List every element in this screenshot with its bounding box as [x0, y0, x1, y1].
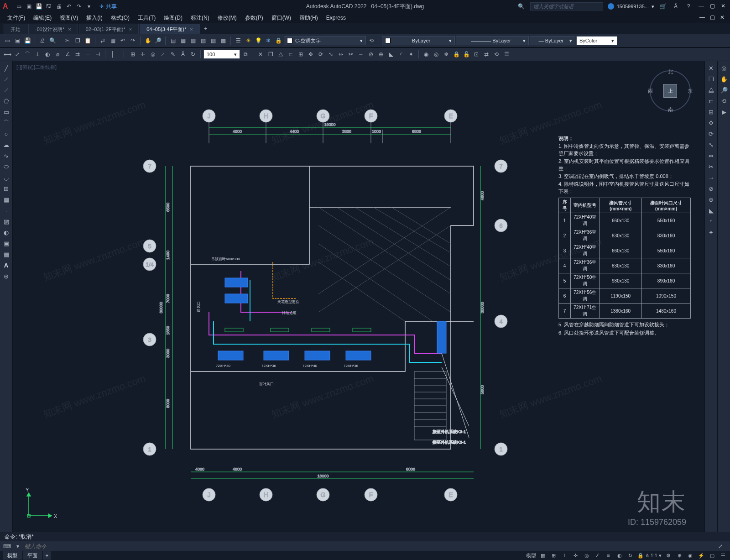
layer-lock2-icon[interactable]: 🔒: [452, 50, 461, 59]
r-copy-icon[interactable]: ❐: [706, 74, 716, 84]
viewport-label[interactable]: [-][俯视][二维线框]: [16, 64, 57, 71]
status-model-label[interactable]: 模型: [526, 552, 536, 559]
menu-modify[interactable]: 修改(M): [214, 13, 240, 23]
designcenter-icon[interactable]: ▦: [178, 36, 188, 45]
polar-toggle-icon[interactable]: ✛: [572, 552, 580, 559]
table-icon[interactable]: ▦: [1, 249, 11, 259]
dim-radius-icon[interactable]: ◐: [43, 50, 52, 59]
drawing-viewport[interactable]: [-][俯视][二维线框] 上 北 南 东 西 J H G F E: [13, 61, 704, 532]
r-rotate-icon[interactable]: ⟳: [706, 129, 716, 139]
r-offset-icon[interactable]: ⊏: [706, 96, 716, 106]
lock-icon[interactable]: 🔒: [274, 36, 283, 45]
doc-close-button[interactable]: ✕: [718, 14, 726, 21]
quickcalc-icon[interactable]: ▩: [219, 36, 228, 45]
revcloud-icon[interactable]: ☁: [1, 140, 11, 150]
block-icon[interactable]: ▦: [108, 36, 117, 45]
redo-icon[interactable]: ↷: [128, 36, 137, 45]
properties-icon[interactable]: ▤: [168, 36, 177, 45]
qat-plot-icon[interactable]: 🖨: [55, 2, 63, 10]
dim-diameter-icon[interactable]: ⌀: [53, 50, 62, 59]
layer-frz-icon[interactable]: ❄: [442, 50, 451, 59]
file-tab-2[interactable]: 02~03(1-2F平面)*×: [79, 24, 139, 34]
otrack-toggle-icon[interactable]: ∠: [594, 552, 602, 559]
lweight-toggle-icon[interactable]: ≡: [605, 552, 613, 559]
command-chevron-icon[interactable]: ⌨: [3, 542, 11, 550]
layout-tab-1[interactable]: 平面: [23, 551, 42, 560]
layer-unlock-icon[interactable]: 🔓: [462, 50, 471, 59]
restore-button[interactable]: ▢: [708, 3, 716, 10]
menu-edit[interactable]: 编辑(E): [30, 13, 55, 23]
spline-icon[interactable]: ∿: [1, 151, 11, 161]
dim-update-icon[interactable]: ↻: [188, 50, 198, 59]
layout-tab-add[interactable]: +: [43, 551, 51, 560]
polygon-icon[interactable]: ⬠: [1, 96, 11, 106]
user-menu[interactable]: 1505999135... ▾: [608, 3, 654, 10]
menu-format[interactable]: 格式(O): [107, 13, 133, 23]
customize-icon[interactable]: ☰: [719, 552, 727, 559]
grid-toggle-icon[interactable]: ▦: [539, 552, 547, 559]
hardware-accel-icon[interactable]: ⚡: [697, 552, 705, 559]
clean-screen-icon[interactable]: ▢: [708, 552, 716, 559]
command-expand-icon[interactable]: ⤢: [716, 542, 725, 550]
r-explode-icon[interactable]: ✦: [706, 227, 716, 237]
toolpalettes-icon[interactable]: ▥: [188, 36, 198, 45]
layer-dropdown[interactable]: C-空调文字 ▾: [284, 36, 366, 45]
doc-minimize-button[interactable]: —: [698, 14, 706, 21]
layer-make-icon[interactable]: ⊡: [472, 50, 481, 59]
dim-break-icon[interactable]: ┊: [118, 50, 127, 59]
r-extend-icon[interactable]: →: [706, 173, 716, 183]
ucs-icon[interactable]: X Y: [22, 486, 58, 523]
bylayer-combo-1[interactable]: ByLayer▾: [382, 36, 455, 45]
scale-icon[interactable]: ⤡: [326, 50, 335, 59]
file-tab-3[interactable]: 04~05(3-4F平面)*×: [140, 24, 200, 34]
viewcube-top[interactable]: 上: [663, 84, 677, 98]
workspace-switch-icon[interactable]: ⚙: [664, 552, 673, 559]
anno-monitor-icon[interactable]: ⊕: [675, 552, 683, 559]
dim-arc-icon[interactable]: ⌒: [23, 50, 32, 59]
help-icon[interactable]: ?: [684, 2, 693, 10]
layer-manager-icon[interactable]: ☰: [234, 36, 243, 45]
explode-icon[interactable]: ✦: [407, 50, 416, 59]
new-tab-button[interactable]: +: [201, 24, 211, 34]
center-mark-icon[interactable]: ✛: [138, 50, 147, 59]
point-icon[interactable]: ·: [1, 205, 11, 215]
navbar-pan-icon[interactable]: ✋: [719, 74, 729, 84]
open-icon[interactable]: ▣: [13, 36, 22, 45]
qat-undo-icon[interactable]: ↶: [65, 2, 73, 10]
qat-new-icon[interactable]: ▭: [15, 2, 23, 10]
menu-window[interactable]: 窗口(W): [268, 13, 295, 23]
menu-file[interactable]: 文件(F): [4, 13, 29, 23]
mtext-icon[interactable]: A: [1, 260, 11, 270]
bulb-icon[interactable]: 💡: [254, 36, 263, 45]
copy-icon[interactable]: ❐: [73, 36, 82, 45]
r-join-icon[interactable]: ⊕: [706, 194, 716, 204]
xline-icon[interactable]: ⟋: [1, 74, 11, 84]
tolerance-icon[interactable]: ⊞: [128, 50, 137, 59]
r-stretch-icon[interactable]: ⇔: [706, 151, 716, 161]
dim-angular-icon[interactable]: ∠: [63, 50, 72, 59]
menu-insert[interactable]: 插入(I): [83, 13, 106, 23]
app-menu-icon[interactable]: Å: [672, 2, 680, 10]
layer-match-icon[interactable]: ⇄: [482, 50, 491, 59]
dim-baseline-icon[interactable]: ⊢: [83, 50, 92, 59]
qat-save-icon[interactable]: 💾: [35, 2, 43, 10]
plotstyle-combo[interactable]: ByColor▾: [576, 36, 617, 45]
dim-aligned-icon[interactable]: ⤢: [13, 50, 22, 59]
menu-draw[interactable]: 绘图(D): [160, 13, 186, 23]
menu-express[interactable]: Express: [323, 13, 349, 23]
circle-icon[interactable]: ○: [1, 129, 11, 139]
dim-linear-icon[interactable]: ⟷: [3, 50, 12, 59]
move-icon[interactable]: ✥: [306, 50, 315, 59]
minimize-button[interactable]: —: [697, 3, 705, 10]
command-recent-icon[interactable]: ▾: [14, 542, 22, 550]
chamfer-icon[interactable]: ◣: [386, 50, 396, 59]
r-mirror-icon[interactable]: ⧋: [706, 85, 716, 95]
inspect-icon[interactable]: ◎: [148, 50, 157, 59]
trim-icon[interactable]: ✂: [346, 50, 355, 59]
qat-saveas-icon[interactable]: 🖫: [45, 2, 53, 10]
qat-redo-icon[interactable]: ↷: [75, 2, 83, 10]
qat-dropdown-icon[interactable]: ▾: [85, 2, 93, 10]
snap-toggle-icon[interactable]: ⊞: [550, 552, 558, 559]
menu-view[interactable]: 视图(V): [56, 13, 82, 23]
r-erase-icon[interactable]: ✕: [706, 63, 716, 73]
